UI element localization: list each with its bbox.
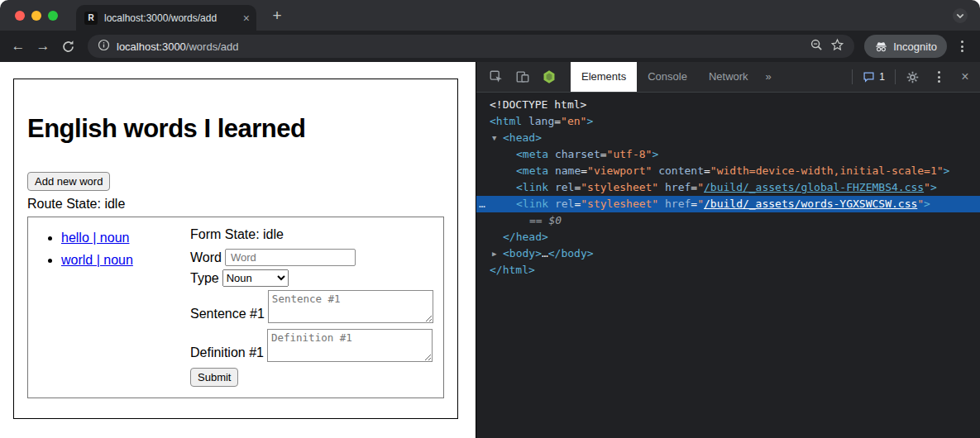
- elements-tree: <!DOCTYPE html><html lang="en">▼<head><m…: [476, 93, 980, 279]
- incognito-label: Incognito: [893, 40, 937, 53]
- web-page: English words I learned Add new word Rou…: [0, 62, 476, 438]
- devtools-code-line[interactable]: <!DOCTYPE html>: [476, 97, 980, 113]
- sentence-label: Sentence #1: [190, 307, 265, 323]
- devtools-code-line[interactable]: == $0: [476, 212, 980, 229]
- devtools-toolbar-right: 1 ×: [849, 62, 980, 92]
- words-panel: hello | noun world | noun Form State: id…: [27, 217, 444, 398]
- incognito-badge: Incognito: [864, 35, 947, 58]
- tab-close-icon[interactable]: ×: [243, 12, 250, 24]
- list-item: hello | noun: [61, 231, 190, 245]
- definition-label: Definition #1: [190, 345, 264, 362]
- browser-tab[interactable]: R localhost:3000/words/add ×: [76, 5, 256, 31]
- issues-count: 1: [879, 71, 885, 83]
- browser-menu-icon[interactable]: [952, 36, 972, 56]
- maximize-window-icon[interactable]: [48, 11, 58, 21]
- expand-arrow-icon[interactable]: ▼: [492, 130, 503, 146]
- more-tabs-icon[interactable]: »: [759, 62, 778, 92]
- bookmark-star-icon[interactable]: [830, 38, 844, 55]
- devtools-code-line[interactable]: …<link rel="stylesheet" href="/build/_as…: [476, 196, 980, 212]
- settings-gear-icon[interactable]: [904, 69, 920, 85]
- devtools-tab-elements[interactable]: Elements: [571, 62, 637, 92]
- expand-arrow-icon[interactable]: ▶: [492, 245, 503, 262]
- word-input[interactable]: [225, 249, 356, 266]
- remix-favicon-icon: R: [84, 12, 98, 25]
- route-state-text: Route State: idle: [27, 197, 444, 212]
- tab-strip: R localhost:3000/words/add × +: [0, 0, 980, 31]
- devtools-toolbar: Elements Console Network » 1 ×: [476, 62, 980, 93]
- inspect-element-icon[interactable]: [488, 69, 504, 85]
- app-container: English words I learned Add new word Rou…: [13, 79, 458, 419]
- site-info-icon[interactable]: [98, 39, 110, 55]
- devtools-panel: Elements Console Network » 1 ×: [476, 62, 980, 438]
- submit-button[interactable]: Submit: [190, 368, 238, 387]
- tab-title: localhost:3000/words/add: [104, 12, 237, 24]
- device-toolbar-icon[interactable]: [514, 69, 531, 85]
- zoom-icon[interactable]: [810, 38, 824, 55]
- address-bar[interactable]: localhost:3000/words/add: [88, 35, 854, 58]
- devtools-code-line[interactable]: <meta charset="utf-8">: [476, 146, 980, 163]
- close-window-icon[interactable]: [15, 11, 25, 21]
- page-title: English words I learned: [27, 114, 444, 144]
- message-bubble-icon: [863, 71, 875, 83]
- node-more-actions-icon[interactable]: …: [479, 196, 486, 212]
- form-state-text: Form State: idle: [190, 227, 443, 242]
- sentence-textarea[interactable]: [268, 290, 433, 323]
- devtools-tabs: Elements Console Network »: [571, 62, 778, 92]
- devtools-tab-network[interactable]: Network: [698, 62, 759, 92]
- devtools-menu-icon[interactable]: [930, 69, 947, 85]
- new-tab-button[interactable]: +: [266, 5, 288, 26]
- devtools-code-line[interactable]: ▼<head>: [476, 130, 980, 146]
- devtools-code-line[interactable]: ▶<body>…</body>: [476, 245, 980, 262]
- list-item: world | noun: [61, 253, 190, 268]
- devtools-close-icon[interactable]: ×: [957, 69, 973, 85]
- reload-button[interactable]: [58, 36, 78, 56]
- type-label: Type: [190, 271, 219, 286]
- incognito-icon: [874, 40, 888, 54]
- definition-textarea[interactable]: [267, 329, 433, 362]
- word-link-world[interactable]: world | noun: [61, 253, 133, 267]
- word-link-hello[interactable]: hello | noun: [61, 231, 129, 245]
- window-content: English words I learned Add new word Rou…: [0, 62, 980, 438]
- window-controls: [15, 11, 58, 21]
- back-button[interactable]: ←: [8, 36, 28, 56]
- url-text: localhost:3000/words/add: [117, 40, 238, 53]
- extension-hexagon-icon[interactable]: [541, 69, 557, 85]
- browser-toolbar: ← → localhost:3000/words/add Incognito: [0, 31, 980, 62]
- issues-indicator[interactable]: 1: [856, 71, 892, 83]
- word-list: hello | noun world | noun: [28, 231, 190, 398]
- devtools-code-line[interactable]: <meta name="viewport" content="width=dev…: [476, 163, 980, 179]
- tab-search-icon[interactable]: [952, 7, 968, 24]
- devtools-code-line[interactable]: <link rel="stylesheet" href="/build/_ass…: [476, 179, 980, 196]
- devtools-code-line[interactable]: </head>: [476, 229, 980, 245]
- word-label: Word: [190, 250, 222, 265]
- add-new-word-button[interactable]: Add new word: [27, 172, 110, 191]
- minimize-window-icon[interactable]: [31, 11, 41, 21]
- type-select[interactable]: Noun: [222, 269, 289, 287]
- add-word-form: Form State: idle Word Type Noun Sentence…: [190, 217, 443, 398]
- devtools-code-line[interactable]: <html lang="en">: [476, 113, 980, 130]
- devtools-code-line[interactable]: </html>: [476, 262, 980, 279]
- forward-button[interactable]: →: [33, 36, 53, 56]
- devtools-tab-console[interactable]: Console: [637, 62, 698, 92]
